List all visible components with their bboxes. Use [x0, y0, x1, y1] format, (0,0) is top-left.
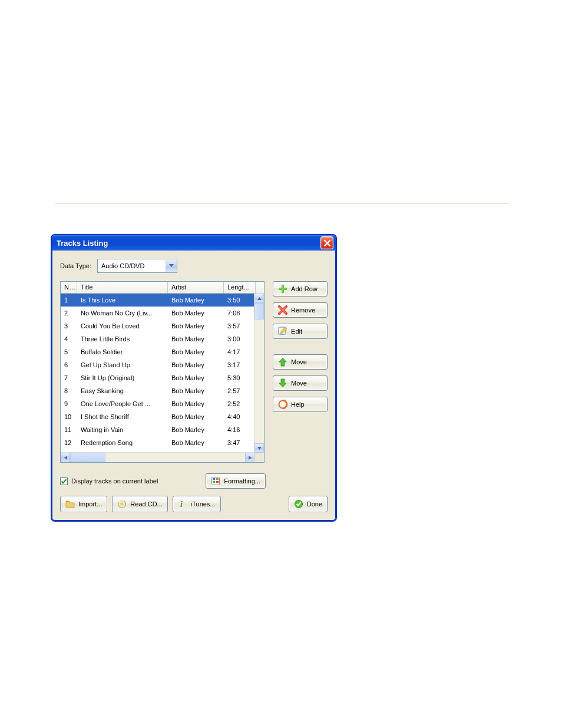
- cell-artist: Bob Marley: [168, 426, 224, 433]
- import-button[interactable]: Import...: [60, 496, 107, 512]
- scroll-left-button[interactable]: [61, 453, 70, 462]
- cell-title: Redemption Song: [77, 439, 168, 446]
- cell-artist: Bob Marley: [168, 361, 224, 368]
- plus-icon: [278, 284, 287, 294]
- scroll-thumb[interactable]: [254, 303, 264, 319]
- close-button[interactable]: [320, 236, 333, 249]
- cell-length: 4:16: [224, 426, 256, 433]
- svg-text:i: i: [180, 500, 183, 509]
- cell-length: 3:47: [224, 439, 256, 446]
- table-row[interactable]: 11Waiting in VainBob Marley4:16: [61, 423, 264, 436]
- column-header-length[interactable]: Length: [224, 282, 256, 294]
- horizontal-rule: [55, 203, 508, 204]
- dialog-title: Tracks Listing: [57, 239, 108, 248]
- add-row-button[interactable]: Add Row: [273, 281, 328, 297]
- svg-point-12: [121, 503, 123, 505]
- read-cd-button[interactable]: Read CD...: [112, 496, 167, 512]
- svg-rect-8: [216, 478, 219, 480]
- cell-length: 3:57: [224, 322, 256, 330]
- table-row[interactable]: 6Get Up Stand UpBob Marley3:17: [61, 358, 264, 371]
- table-row[interactable]: 10I Shot the SheriffBob Marley4:40: [61, 410, 264, 423]
- arrow-down-icon: [257, 447, 262, 450]
- cell-length: 5:30: [224, 374, 256, 381]
- data-type-value: Audio CD/DVD: [101, 262, 144, 269]
- tracks-table[interactable]: N... Title Artist Length 1Is This LoveBo…: [60, 281, 265, 463]
- cell-title: I Shot the Sheriff: [77, 413, 168, 420]
- cell-number: 12: [61, 439, 77, 446]
- edit-icon: [278, 327, 287, 336]
- button-label: Formatting...: [224, 477, 260, 485]
- cell-artist: Bob Marley: [168, 374, 224, 381]
- horizontal-scrollbar[interactable]: [61, 452, 254, 462]
- cell-number: 6: [61, 361, 77, 368]
- cell-artist: Bob Marley: [168, 309, 224, 317]
- sort-asc-icon: [250, 286, 254, 289]
- scroll-down-button[interactable]: [254, 443, 264, 453]
- titlebar[interactable]: Tracks Listing: [52, 235, 336, 251]
- button-label: Read CD...: [130, 500, 162, 508]
- column-header-number[interactable]: N...: [61, 282, 77, 294]
- cell-title: Buffalo Soldier: [77, 348, 168, 355]
- column-header-title[interactable]: Title: [77, 282, 168, 294]
- table-row[interactable]: 5Buffalo SoldierBob Marley4:17: [61, 345, 264, 358]
- cell-number: 4: [61, 335, 77, 342]
- table-row[interactable]: 8Easy SkankingBob Marley2:57: [61, 384, 264, 397]
- remove-button[interactable]: Remove: [273, 302, 328, 318]
- button-label: Edit: [291, 328, 302, 335]
- cell-number: 3: [61, 322, 77, 330]
- cell-title: Waiting in Vain: [77, 426, 168, 433]
- done-button[interactable]: Done: [289, 496, 328, 512]
- cell-artist: Bob Marley: [168, 400, 224, 407]
- cell-artist: Bob Marley: [168, 413, 224, 420]
- scroll-thumb[interactable]: [70, 453, 105, 462]
- cell-artist: Bob Marley: [168, 297, 224, 304]
- table-row[interactable]: 2No Woman No Cry (Liv...Bob Marley7:08: [61, 307, 264, 319]
- move-up-button[interactable]: Move: [273, 354, 328, 370]
- formatting-button[interactable]: Formatting...: [206, 473, 266, 489]
- move-down-button[interactable]: Move: [273, 375, 328, 391]
- help-button[interactable]: Help: [273, 397, 328, 412]
- table-row[interactable]: 4Three Little BirdsBob Marley3:00: [61, 332, 264, 345]
- button-label: Import...: [78, 500, 102, 508]
- itunes-button[interactable]: i iTunes...: [173, 496, 221, 512]
- cell-length: 2:57: [224, 387, 256, 394]
- data-type-combobox[interactable]: Audio CD/DVD: [97, 259, 177, 273]
- checkbox-icon: [60, 477, 68, 485]
- arrow-left-icon: [64, 456, 67, 460]
- cell-number: 1: [61, 297, 77, 304]
- cell-number: 2: [61, 309, 77, 317]
- display-tracks-checkbox[interactable]: Display tracks on current label: [60, 477, 158, 485]
- cell-title: Easy Skanking: [77, 387, 168, 394]
- cell-length: 4:17: [224, 348, 256, 355]
- button-label: Remove: [291, 307, 315, 314]
- button-label: Add Row: [291, 285, 318, 292]
- button-label: Move: [291, 380, 307, 387]
- table-header[interactable]: N... Title Artist Length: [61, 282, 264, 294]
- cell-number: 8: [61, 387, 77, 394]
- check-icon: [294, 499, 303, 509]
- table-row[interactable]: 1Is This LoveBob Marley3:50: [61, 294, 264, 307]
- cell-length: 4:40: [224, 413, 256, 420]
- cd-icon: [117, 499, 127, 509]
- column-header-artist[interactable]: Artist: [168, 282, 224, 294]
- cell-title: Three Little Birds: [77, 335, 168, 342]
- scroll-up-button[interactable]: [254, 294, 264, 303]
- scroll-right-button[interactable]: [245, 453, 254, 462]
- edit-button[interactable]: Edit: [273, 324, 328, 339]
- side-buttons: Add Row Remove Edit Move Move: [273, 281, 328, 412]
- cell-title: Stir It Up (Original): [77, 374, 168, 381]
- table-row[interactable]: 7Stir It Up (Original)Bob Marley5:30: [61, 371, 264, 384]
- tracks-listing-dialog: Tracks Listing Data Type: Audio CD/DVD N…: [51, 234, 337, 522]
- table-row[interactable]: 12Redemption SongBob Marley3:47: [61, 436, 264, 449]
- table-row[interactable]: 9One Love/People Get ...Bob Marley2:52: [61, 397, 264, 410]
- vertical-scrollbar[interactable]: [254, 294, 264, 453]
- delete-icon: [278, 305, 287, 315]
- cell-number: 5: [61, 348, 77, 355]
- table-row[interactable]: 3Could You Be LovedBob Marley3:57: [61, 319, 264, 332]
- cell-artist: Bob Marley: [168, 322, 224, 330]
- svg-rect-7: [213, 478, 215, 480]
- button-label: Move: [291, 358, 307, 365]
- cell-length: 3:00: [224, 335, 256, 342]
- cell-length: 3:17: [224, 361, 256, 368]
- cell-artist: Bob Marley: [168, 335, 224, 342]
